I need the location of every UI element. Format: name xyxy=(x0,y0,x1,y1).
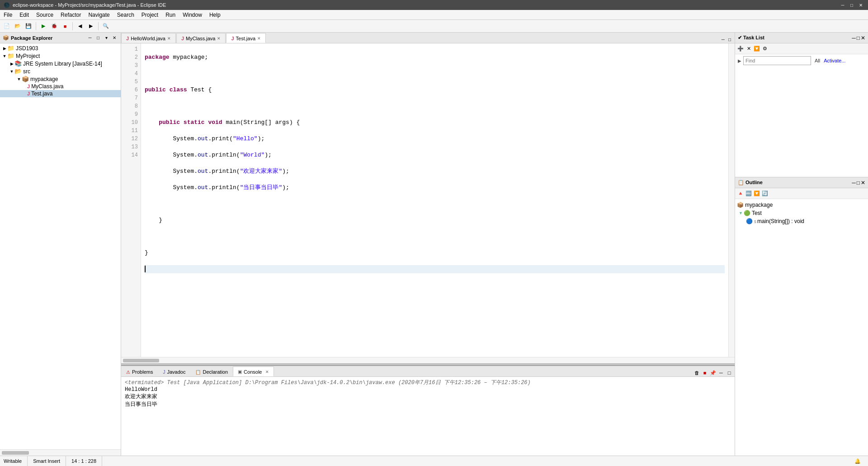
code-line-9: System.out.println("当日事当日毕"); xyxy=(145,184,725,192)
menu-search[interactable]: Search xyxy=(113,11,138,19)
task-settings-btn[interactable]: ⚙ xyxy=(761,45,769,52)
pkg-view-menu-btn[interactable]: ▾ xyxy=(103,34,110,42)
tree-item-myclass[interactable]: J MyClass.java xyxy=(0,83,121,90)
tab-close-helloworld[interactable]: ✕ xyxy=(167,36,171,41)
console-maximize-btn[interactable]: □ xyxy=(726,369,733,376)
tab-declaration[interactable]: 📋 Declaration xyxy=(190,366,233,376)
pkg-scrollbar-h[interactable] xyxy=(0,449,121,456)
menu-refactor[interactable]: Refactor xyxy=(57,11,85,19)
outline-close-btn[interactable]: ✕ xyxy=(861,180,865,186)
tab-console[interactable]: ▣ Console ✕ xyxy=(233,366,274,376)
tree-item-jre[interactable]: ▶ 📚 JRE System Library [JavaSE-14] xyxy=(0,60,121,67)
toolbar-forward-btn[interactable]: ▶ xyxy=(86,21,96,31)
task-list-minimize-btn[interactable]: ─ xyxy=(852,35,856,41)
tab-myclass[interactable]: J MyClass.java ✕ xyxy=(176,33,226,43)
maximize-button[interactable]: □ xyxy=(848,1,855,9)
outline-item-package[interactable]: 📦 mypackage xyxy=(737,201,866,209)
close-button[interactable]: ✕ xyxy=(857,1,864,9)
tree-item-jsd1903[interactable]: ▶ 📁 JSD1903 xyxy=(0,44,121,52)
pkg-maximize-btn[interactable]: □ xyxy=(94,34,102,42)
editor-scrollbar-h[interactable] xyxy=(121,357,735,363)
menu-help[interactable]: Help xyxy=(206,11,224,19)
outline-filter-btn[interactable]: 🔽 xyxy=(753,190,760,197)
outline-package-icon: 📦 xyxy=(737,202,744,208)
menu-file[interactable]: File xyxy=(0,11,16,19)
toolbar-stop-btn[interactable]: ■ xyxy=(60,21,70,31)
tab-test[interactable]: J Test.java ✕ xyxy=(226,33,266,43)
toolbar-debug-btn[interactable]: 🐞 xyxy=(49,21,59,31)
console-stop-btn[interactable]: ■ xyxy=(701,369,708,376)
package-tree: ▶ 📁 JSD1903 ▼ 📁 MyProject ▶ 📚 JRE System… xyxy=(0,43,121,449)
task-find-input[interactable] xyxy=(743,56,811,65)
project-icon-jsd1903: 📁 xyxy=(7,45,14,52)
toolbar-open-btn[interactable]: 📂 xyxy=(13,21,23,31)
code-line-3: public class Test { xyxy=(145,86,725,94)
status-position-text: 14 : 1 : 228 xyxy=(71,458,96,464)
task-list-close-btn[interactable]: ✕ xyxy=(861,35,865,41)
window-controls[interactable]: ─ □ ✕ xyxy=(839,1,864,9)
pkg-minimize-btn[interactable]: ─ xyxy=(86,34,94,42)
code-editor[interactable]: 1 2 3 4 5 6 7 8 9 10 11 12 13 14 package… xyxy=(121,43,735,357)
task-list-maximize-btn[interactable]: □ xyxy=(857,35,860,41)
console-minimize-btn[interactable]: ─ xyxy=(717,369,725,376)
outline-item-class[interactable]: ▼ 🟢 Test xyxy=(737,209,866,217)
toolbar-new-btn[interactable]: 📄 xyxy=(2,21,12,31)
outline-class-label: Test xyxy=(752,210,762,216)
tab-problems[interactable]: ⚠ Problems xyxy=(121,366,158,376)
task-list-toolbar: ➕ ✕ 🔽 ⚙ xyxy=(735,43,868,54)
code-text[interactable]: package mypackage; public class Test { p… xyxy=(141,43,728,357)
minimize-button[interactable]: ─ xyxy=(839,1,846,9)
task-delete-btn[interactable]: ✕ xyxy=(745,45,752,52)
outline-method-label: main(String[]) : void xyxy=(757,218,804,224)
tree-item-src[interactable]: ▼ 📂 src xyxy=(0,67,121,75)
method-modifier-s: s xyxy=(754,219,756,224)
tab-helloworld[interactable]: J HelloWorld.java ✕ xyxy=(121,33,176,43)
arrow-src: ▼ xyxy=(9,69,14,74)
console-pin-btn[interactable]: 📌 xyxy=(709,369,717,376)
task-add-btn[interactable]: ➕ xyxy=(737,45,744,52)
editor-scrollbar-v[interactable] xyxy=(728,43,735,357)
code-content: 1 2 3 4 5 6 7 8 9 10 11 12 13 14 package… xyxy=(121,43,735,357)
toolbar-search-btn[interactable]: 🔍 xyxy=(101,21,111,31)
pkg-close-btn[interactable]: ✕ xyxy=(111,34,118,42)
right-panel: ✔ Task List ─ □ ✕ ➕ ✕ 🔽 ⚙ ▶ All Activat xyxy=(735,33,868,456)
task-list-section: ✔ Task List ─ □ ✕ ➕ ✕ 🔽 ⚙ ▶ All Activat xyxy=(735,33,868,177)
editor-tabs: J HelloWorld.java ✕ J MyClass.java ✕ J T… xyxy=(121,33,735,43)
editor-minimize-btn[interactable]: ─ xyxy=(720,36,726,43)
tab-icon-myclass: J xyxy=(181,36,184,41)
tab-close-console[interactable]: ✕ xyxy=(265,370,269,374)
menu-navigate[interactable]: Navigate xyxy=(85,11,113,19)
toolbar-run-btn[interactable]: ▶ xyxy=(38,21,48,31)
status-notifications: 🔔 xyxy=(851,458,864,464)
menu-window[interactable]: Window xyxy=(179,11,206,19)
outline-sync-btn[interactable]: 🔄 xyxy=(761,190,769,197)
outline-item-method[interactable]: 🔵 s main(String[]) : void xyxy=(737,217,866,225)
tab-javadoc[interactable]: J Javadoc xyxy=(158,366,190,376)
code-line-12 xyxy=(145,233,725,241)
outline-maximize-btn[interactable]: □ xyxy=(857,180,860,186)
tree-item-mypackage[interactable]: ▼ 📦 mypackage xyxy=(0,75,121,83)
bottom-tabs: ⚠ Problems J Javadoc 📋 Declaration ▣ Con… xyxy=(121,366,735,377)
outline-section: 📋 Outline ─ □ ✕ 🔺 🔤 🔽 🔄 📦 myp xyxy=(735,177,868,456)
outline-minimize-btn[interactable]: ─ xyxy=(852,180,856,186)
task-activate-link[interactable]: Activate... xyxy=(824,58,845,63)
console-clear-btn[interactable]: 🗑 xyxy=(693,369,700,376)
menu-run[interactable]: Run xyxy=(162,11,179,19)
tab-close-myclass[interactable]: ✕ xyxy=(217,36,221,41)
outline-collapse-btn[interactable]: 🔺 xyxy=(737,190,744,197)
outline-method-icon: 🔵 xyxy=(746,218,753,224)
tree-item-myproject[interactable]: ▼ 📁 MyProject xyxy=(0,52,121,60)
code-line-13: } xyxy=(145,249,725,257)
menu-edit[interactable]: Edit xyxy=(16,11,33,19)
tab-close-test[interactable]: ✕ xyxy=(257,36,261,41)
toolbar-back-btn[interactable]: ◀ xyxy=(75,21,85,31)
task-filter-btn[interactable]: 🔽 xyxy=(753,45,760,52)
outline-sort-btn[interactable]: 🔤 xyxy=(745,190,752,197)
toolbar-save-btn[interactable]: 💾 xyxy=(24,21,33,31)
left-panel: 📦 Package Explorer ─ □ ▾ ✕ ▶ 📁 JSD1903 ▼ xyxy=(0,33,121,456)
main-layout: 📦 Package Explorer ─ □ ▾ ✕ ▶ 📁 JSD1903 ▼ xyxy=(0,33,868,456)
editor-maximize-btn[interactable]: □ xyxy=(726,36,733,43)
tree-item-testjava[interactable]: J Test.java xyxy=(0,90,121,97)
menu-source[interactable]: Source xyxy=(33,11,57,19)
menu-project[interactable]: Project xyxy=(138,11,162,19)
